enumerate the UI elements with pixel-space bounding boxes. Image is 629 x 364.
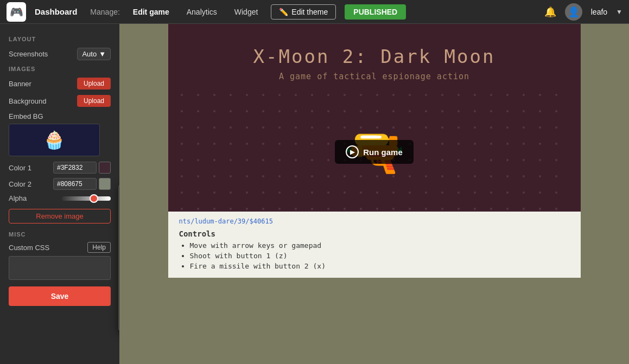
misc-section-label: MISC <box>9 231 111 238</box>
banner-upload-button[interactable]: Upload <box>77 78 111 90</box>
game-container: X-Moon 2: Dark Moon A game of tactical e… <box>168 24 581 278</box>
color2-input-group <box>53 178 111 190</box>
save-button[interactable]: Save <box>9 286 111 306</box>
bell-icon[interactable]: 🔔 <box>544 6 556 18</box>
embed-bg-image: 🧁 <box>43 130 65 150</box>
banner-label: Banner <box>9 80 31 88</box>
embed-bg-section: Embed BG 🧁 <box>9 112 111 156</box>
alpha-slider[interactable] <box>62 196 111 201</box>
logo-icon: 🎮 <box>7 2 26 22</box>
nav-edit-game[interactable]: Edit game <box>129 5 174 18</box>
color1-input[interactable] <box>53 162 97 174</box>
embed-bg-label: Embed BG <box>9 112 111 120</box>
nav-analytics[interactable]: Analytics <box>182 5 221 18</box>
chevron-down-icon: ▼ <box>99 50 106 58</box>
color-picker-popup <box>118 184 119 331</box>
avatar[interactable]: 👤 <box>565 3 582 21</box>
published-button[interactable]: PUBLISHED <box>345 4 406 20</box>
background-label: Background <box>9 97 46 105</box>
color2-label: Color 2 <box>9 180 31 188</box>
game-title: X-Moon 2: Dark Moon <box>179 46 570 67</box>
pencil-icon: ✏️ <box>279 8 288 16</box>
remove-image-button[interactable]: Remove image <box>9 209 111 223</box>
screenshots-row: Screenshots Auto ▼ <box>9 48 111 60</box>
color1-row: Color 1 <box>9 162 111 174</box>
color2-row: Color 2 <box>9 178 111 190</box>
nav-widget[interactable]: Widget <box>230 5 263 18</box>
main-layout: LAYOUT Screenshots Auto ▼ IMAGES Banner … <box>0 24 629 364</box>
screenshots-label: Screenshots <box>9 50 48 58</box>
custom-css-row: Custom CSS Help <box>9 242 111 253</box>
manage-label: Manage: <box>90 8 119 16</box>
controls-header: Controls <box>179 229 570 238</box>
control-item-3: Fire a missile with button 2 (x) <box>190 262 570 270</box>
edit-theme-button[interactable]: ✏️ Edit theme <box>271 4 336 20</box>
screenshots-select[interactable]: Auto ▼ <box>77 48 111 60</box>
custom-css-textarea[interactable] <box>9 256 111 280</box>
game-subtitle: A game of tactical espionage action <box>179 72 570 81</box>
run-game-button[interactable]: ▶ Run game <box>335 140 414 164</box>
game-content-area: nts/ludum-dare/39/$40615 Controls Move w… <box>168 212 581 278</box>
color1-label: Color 1 <box>9 164 31 172</box>
game-url-link[interactable]: nts/ludum-dare/39/$40615 <box>179 218 273 225</box>
embed-bg-preview[interactable]: 🧁 <box>9 124 100 156</box>
username-label: leafo <box>591 8 607 16</box>
color1-swatch[interactable] <box>99 162 111 174</box>
layout-section-label: LAYOUT <box>9 36 111 42</box>
help-button[interactable]: Help <box>87 242 111 253</box>
control-item-2: Shoot with button 1 (z) <box>190 252 570 260</box>
sidebar: LAYOUT Screenshots Auto ▼ IMAGES Banner … <box>0 24 119 364</box>
user-menu-caret[interactable]: ▼ <box>616 8 622 16</box>
control-item-1: Move with arrow keys or gamepad <box>190 241 570 250</box>
play-icon: ▶ <box>346 145 359 158</box>
background-row: Background Upload <box>9 95 111 107</box>
background-upload-button[interactable]: Upload <box>77 95 111 107</box>
color1-input-group <box>53 162 111 174</box>
alpha-slider-thumb <box>90 194 98 203</box>
color2-input[interactable] <box>53 178 97 190</box>
dashboard-label[interactable]: Dashboard <box>35 7 77 16</box>
alpha-label: Alpha <box>9 194 27 202</box>
controls-list: Move with arrow keys or gamepad Shoot wi… <box>179 241 570 270</box>
banner-row: Banner Upload <box>9 78 111 90</box>
alpha-row: Alpha <box>9 194 111 202</box>
color2-swatch[interactable] <box>99 178 111 190</box>
game-visual-area: 🔫 ▶ Run game <box>179 92 570 212</box>
game-banner: X-Moon 2: Dark Moon A game of tactical e… <box>168 24 581 212</box>
images-section-label: IMAGES <box>9 66 111 72</box>
top-navigation: 🎮 Dashboard Manage: Edit game Analytics … <box>0 0 629 24</box>
custom-css-label: Custom CSS <box>9 244 49 252</box>
game-area: X-Moon 2: Dark Moon A game of tactical e… <box>119 24 629 364</box>
